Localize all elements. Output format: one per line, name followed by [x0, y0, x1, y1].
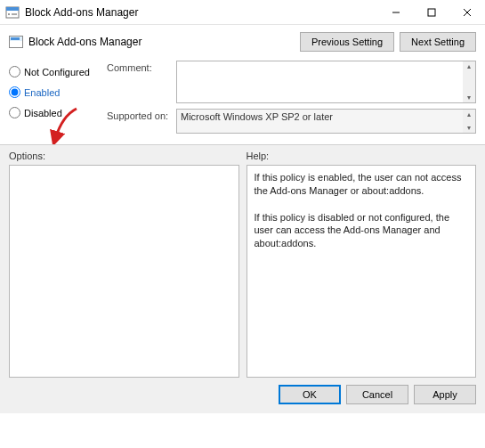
help-paragraph-2: If this policy is disabled or not config… [255, 211, 469, 251]
next-setting-button[interactable]: Next Setting [400, 32, 476, 52]
window-controls [378, 0, 485, 25]
titlebar: Block Add-ons Manager [0, 0, 485, 25]
help-label: Help: [247, 151, 477, 165]
apply-button[interactable]: Apply [414, 385, 476, 404]
svg-point-2 [8, 13, 10, 15]
ok-button[interactable]: OK [279, 385, 341, 404]
supported-on-value: Microsoft Windows XP SP2 or later [181, 111, 333, 122]
policy-icon [9, 36, 23, 48]
radio-not-configured-input[interactable] [9, 66, 20, 77]
options-label: Options: [9, 151, 239, 165]
help-paragraph-1: If this policy is enabled, the user can … [255, 171, 469, 198]
state-radio-group: Not Configured Enabled Disabled [9, 61, 107, 139]
supported-on-field: Microsoft Windows XP SP2 or later ▴▾ [176, 109, 476, 134]
previous-setting-button[interactable]: Previous Setting [300, 32, 394, 52]
cancel-button[interactable]: Cancel [346, 385, 408, 404]
window-title: Block Add-ons Manager [25, 6, 378, 19]
comment-label: Comment: [107, 61, 176, 73]
policy-title: Block Add-ons Manager [28, 36, 300, 48]
comment-scrollbar[interactable]: ▴▾ [463, 61, 475, 102]
maximize-button[interactable] [414, 0, 449, 25]
comment-textarea[interactable]: ▴▾ [176, 61, 476, 103]
radio-enabled-input[interactable] [9, 86, 20, 98]
help-panel: If this policy is enabled, the user can … [247, 165, 477, 378]
options-panel [9, 165, 239, 378]
radio-disabled-input[interactable] [9, 107, 20, 118]
radio-enabled[interactable]: Enabled [9, 86, 107, 98]
radio-disabled[interactable]: Disabled [9, 107, 107, 118]
svg-rect-1 [6, 7, 19, 11]
app-icon [5, 5, 20, 20]
radio-disabled-label: Disabled [24, 108, 62, 118]
close-button[interactable] [449, 0, 485, 25]
svg-rect-3 [12, 13, 17, 15]
radio-enabled-label: Enabled [24, 87, 60, 98]
supported-scrollbar: ▴▾ [463, 110, 475, 133]
minimize-button[interactable] [378, 0, 414, 25]
radio-not-configured-label: Not Configured [24, 67, 90, 77]
supported-on-label: Supported on: [107, 109, 176, 121]
radio-not-configured[interactable]: Not Configured [9, 66, 107, 77]
svg-rect-5 [428, 9, 435, 16]
